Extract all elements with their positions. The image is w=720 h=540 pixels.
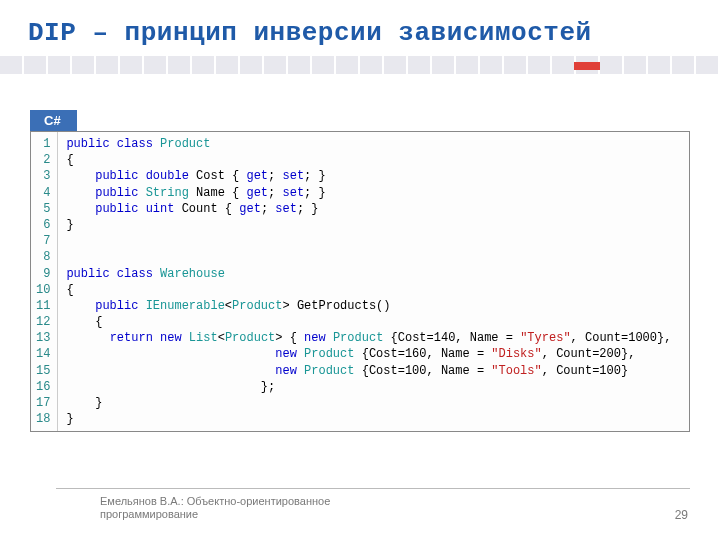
code-block: 123456789101112131415161718 public class… bbox=[30, 131, 690, 432]
code-line: { bbox=[66, 314, 671, 330]
line-number: 5 bbox=[33, 201, 53, 217]
code-line: public uint Count { get; set; } bbox=[66, 201, 671, 217]
line-number: 13 bbox=[33, 330, 53, 346]
line-number: 6 bbox=[33, 217, 53, 233]
code-line bbox=[66, 233, 671, 249]
page-number: 29 bbox=[675, 508, 688, 522]
line-number: 7 bbox=[33, 233, 53, 249]
code-line: } bbox=[66, 411, 671, 427]
decorative-ruler bbox=[0, 56, 720, 74]
code-line: public IEnumerable<Product> GetProducts(… bbox=[66, 298, 671, 314]
code-line: new Product {Cost=100, Name = "Tools", C… bbox=[66, 363, 671, 379]
line-number: 12 bbox=[33, 314, 53, 330]
code-container: C# 123456789101112131415161718 public cl… bbox=[30, 110, 690, 432]
code-line: { bbox=[66, 282, 671, 298]
slide-footer: Емельянов В.А.: Объектно-ориентированное… bbox=[0, 488, 720, 523]
code-line: } bbox=[66, 395, 671, 411]
line-number: 9 bbox=[33, 266, 53, 282]
line-number: 16 bbox=[33, 379, 53, 395]
line-number: 10 bbox=[33, 282, 53, 298]
code-line: public class Warehouse bbox=[66, 266, 671, 282]
footer-divider bbox=[56, 488, 690, 489]
line-number: 17 bbox=[33, 395, 53, 411]
line-number: 1 bbox=[33, 136, 53, 152]
slide-title: DIP – принцип инверсии зависимостей bbox=[0, 0, 720, 56]
code-line: public class Product bbox=[66, 136, 671, 152]
line-number: 2 bbox=[33, 152, 53, 168]
line-number: 3 bbox=[33, 168, 53, 184]
code-line: { bbox=[66, 152, 671, 168]
line-number: 4 bbox=[33, 185, 53, 201]
line-number-gutter: 123456789101112131415161718 bbox=[31, 132, 58, 431]
language-tab: C# bbox=[30, 110, 77, 131]
code-line: public String Name { get; set; } bbox=[66, 185, 671, 201]
code-line: } bbox=[66, 217, 671, 233]
line-number: 18 bbox=[33, 411, 53, 427]
code-lines: public class Product{ public double Cost… bbox=[58, 132, 677, 431]
line-number: 8 bbox=[33, 249, 53, 265]
code-line: }; bbox=[66, 379, 671, 395]
code-line: new Product {Cost=160, Name = "Disks", C… bbox=[66, 346, 671, 362]
code-line: public double Cost { get; set; } bbox=[66, 168, 671, 184]
code-line bbox=[66, 249, 671, 265]
footer-author-text: Емельянов В.А.: Объектно-ориентированное… bbox=[100, 495, 400, 523]
code-line: return new List<Product> { new Product {… bbox=[66, 330, 671, 346]
line-number: 14 bbox=[33, 346, 53, 362]
line-number: 11 bbox=[33, 298, 53, 314]
line-number: 15 bbox=[33, 363, 53, 379]
